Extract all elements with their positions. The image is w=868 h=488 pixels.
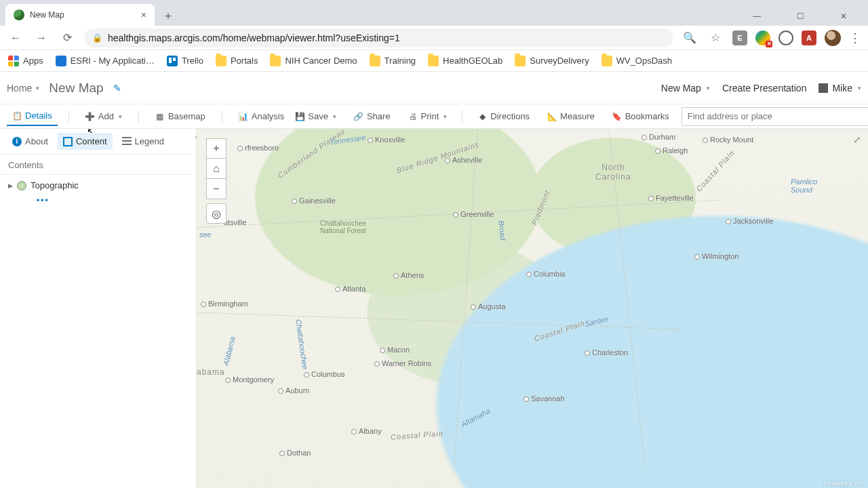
zoom-out-button[interactable]: − bbox=[206, 179, 226, 199]
directions-icon: ◆ bbox=[477, 112, 487, 121]
maximize-button[interactable]: ☐ bbox=[785, 7, 815, 26]
save-button[interactable]: 💾Save▾ bbox=[290, 107, 342, 125]
url-field[interactable]: 🔒 healthgis.maps.arcgis.com/home/webmap/… bbox=[84, 28, 673, 47]
chevron-down-icon: ▾ bbox=[858, 85, 861, 92]
layer-more-icon[interactable]: ••• bbox=[0, 196, 196, 205]
create-presentation-link[interactable]: Create Presentation bbox=[722, 83, 807, 94]
add-icon: ➕ bbox=[85, 112, 95, 121]
close-window-button[interactable]: ✕ bbox=[829, 7, 859, 26]
apps-icon bbox=[8, 56, 19, 66]
folder-icon bbox=[515, 56, 526, 66]
bookmark-esri[interactable]: ESRI - My Applicati… bbox=[56, 56, 155, 66]
details-icon: 📋 bbox=[12, 111, 22, 121]
basemap-button[interactable]: ▦Basemap bbox=[150, 107, 211, 125]
folder-icon bbox=[370, 56, 380, 66]
bookmarks-icon: 🔖 bbox=[612, 112, 622, 121]
forward-button[interactable]: → bbox=[33, 29, 50, 47]
new-map-dropdown[interactable]: New Map▾ bbox=[661, 83, 710, 94]
zoom-page-icon[interactable]: 🔍 bbox=[681, 29, 698, 47]
layer-visibility-toggle[interactable] bbox=[17, 181, 26, 190]
extension-evernote-icon[interactable]: E bbox=[732, 30, 747, 45]
extension-pdf-icon[interactable]: A bbox=[802, 30, 816, 45]
close-tab-icon[interactable]: × bbox=[141, 9, 146, 20]
main-area: iAbout Content Legend ◀ Contents ▶ Topog… bbox=[0, 129, 868, 488]
save-icon: 💾 bbox=[295, 112, 304, 121]
folder-icon bbox=[216, 56, 226, 66]
folder-icon bbox=[270, 56, 281, 66]
legend-tab[interactable]: Legend bbox=[117, 133, 170, 150]
share-button[interactable]: 🔗Share bbox=[349, 107, 396, 125]
bookmark-trello[interactable]: Trello bbox=[167, 56, 203, 66]
share-icon: 🔗 bbox=[354, 112, 363, 121]
bookmark-nih[interactable]: NIH Cancer Demo bbox=[270, 56, 357, 66]
window-controls: — ☐ ✕ bbox=[742, 7, 863, 26]
url-text: healthgis.maps.arcgis.com/home/webmap/vi… bbox=[108, 33, 400, 43]
chevron-down-icon: ▾ bbox=[36, 85, 39, 92]
map-canvas[interactable]: Knoxville rfreesboro Asheville atsville … bbox=[197, 129, 868, 488]
bookmark-wvopsdash[interactable]: WV_OpsDash bbox=[601, 56, 672, 66]
print-icon: 🖨 bbox=[408, 112, 418, 121]
minimize-button[interactable]: — bbox=[742, 7, 772, 26]
bookmark-apps[interactable]: Apps bbox=[8, 56, 43, 66]
folder-icon bbox=[601, 56, 612, 66]
tab-favicon bbox=[14, 9, 24, 20]
directions-button[interactable]: ◆Directions bbox=[472, 107, 535, 125]
zoom-in-button[interactable]: + bbox=[206, 138, 226, 159]
search-box: 🔍 bbox=[682, 107, 868, 126]
reload-button[interactable]: ⟳ bbox=[58, 29, 76, 47]
info-icon: i bbox=[12, 137, 22, 146]
content-icon bbox=[63, 137, 73, 146]
home-dropdown[interactable]: Home▾ bbox=[7, 83, 39, 94]
bookmark-healthgeolab[interactable]: HealthGEOLab bbox=[428, 56, 502, 66]
back-button[interactable]: ← bbox=[7, 29, 24, 47]
content-tab[interactable]: Content bbox=[58, 133, 113, 150]
map-title: New Map bbox=[49, 81, 103, 96]
edit-title-icon[interactable]: ✎ bbox=[113, 83, 121, 94]
layer-label: Topographic bbox=[31, 180, 79, 190]
map-toolbar: 📋Details ➕Add▾ ▦Basemap 📊Analysis 💾Save▾… bbox=[0, 104, 868, 129]
contents-heading: Contents bbox=[0, 155, 196, 175]
bookmarks-button[interactable]: 🔖Bookmarks bbox=[607, 107, 675, 125]
analysis-icon: 📊 bbox=[239, 112, 248, 121]
chrome-menu-icon[interactable]: ⋮ bbox=[849, 30, 861, 45]
esri-logo: POWERED BYesri bbox=[824, 481, 863, 488]
fullscreen-icon[interactable]: ⤢ bbox=[850, 133, 864, 146]
details-button[interactable]: 📋Details bbox=[7, 106, 58, 126]
measure-button[interactable]: 📐Measure bbox=[542, 107, 600, 125]
profile-avatar[interactable] bbox=[825, 30, 841, 46]
analysis-button[interactable]: 📊Analysis bbox=[233, 107, 290, 125]
map-terrain bbox=[197, 129, 868, 488]
home-extent-button[interactable]: ⌂ bbox=[206, 159, 226, 179]
chevron-down-icon: ▾ bbox=[333, 113, 336, 120]
tab-strip: New Map × + — ☐ ✕ bbox=[0, 0, 868, 26]
search-input[interactable] bbox=[682, 111, 868, 121]
lock-icon: 🔒 bbox=[92, 33, 102, 43]
zoom-controls: + ⌂ − ◎ bbox=[206, 138, 226, 224]
extension-circle-icon[interactable] bbox=[778, 30, 793, 45]
bookmark-training[interactable]: Training bbox=[370, 56, 416, 66]
bookmarks-bar: Apps ESRI - My Applicati… Trello Portals… bbox=[0, 50, 868, 72]
bookmark-portals[interactable]: Portals bbox=[216, 56, 258, 66]
separator bbox=[462, 110, 462, 123]
about-tab[interactable]: iAbout bbox=[7, 133, 54, 150]
browser-chrome: New Map × + — ☐ ✕ ← → ⟳ 🔒 healthgis.maps… bbox=[0, 0, 868, 72]
app-header: Home▾ New Map ✎ New Map▾ Create Presenta… bbox=[0, 72, 868, 104]
expand-icon[interactable]: ▶ bbox=[8, 182, 13, 189]
star-icon[interactable]: ☆ bbox=[707, 29, 724, 47]
browser-tab[interactable]: New Map × bbox=[5, 4, 155, 26]
layer-row-topographic[interactable]: ▶ Topographic bbox=[0, 175, 196, 196]
user-menu[interactable]: Mike▾ bbox=[818, 83, 861, 94]
extension-globe-icon[interactable] bbox=[755, 30, 770, 45]
new-tab-button[interactable]: + bbox=[159, 7, 178, 26]
bookmark-surveydelivery[interactable]: SurveyDelivery bbox=[515, 56, 589, 66]
print-button[interactable]: 🖨Print▾ bbox=[403, 107, 453, 125]
details-tabs: iAbout Content Legend ◀ bbox=[0, 129, 196, 155]
locate-button[interactable]: ◎ bbox=[206, 203, 226, 224]
separator bbox=[138, 110, 139, 123]
add-button[interactable]: ➕Add▾ bbox=[80, 107, 127, 125]
page-icon bbox=[56, 56, 66, 66]
details-panel: iAbout Content Legend ◀ Contents ▶ Topog… bbox=[0, 129, 197, 488]
separator bbox=[68, 110, 69, 123]
separator bbox=[222, 110, 222, 123]
measure-icon: 📐 bbox=[547, 112, 557, 121]
